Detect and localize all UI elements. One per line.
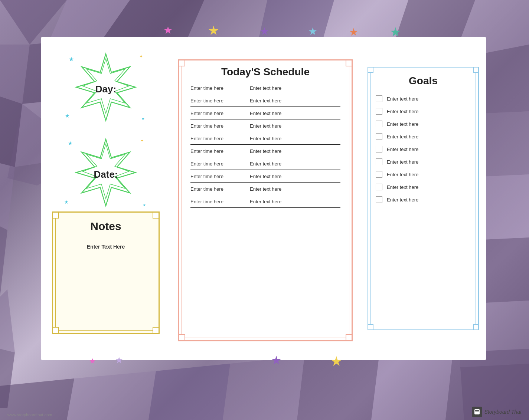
- notes-content[interactable]: Enter Text Here: [53, 233, 159, 261]
- schedule-text-9[interactable]: Enter text here: [250, 186, 340, 192]
- date-starburst: Date:: [69, 137, 143, 211]
- right-section: Goals Enter text here Enter text here En…: [368, 56, 479, 338]
- star-pink-bottom: ★: [89, 357, 96, 365]
- date-label[interactable]: Date:: [94, 169, 118, 180]
- goal-checkbox-4[interactable]: [376, 133, 382, 140]
- svg-marker-28: [148, 364, 230, 420]
- goals-corner-br: [473, 324, 479, 330]
- notes-corner-br: [153, 327, 159, 334]
- schedule-corner-tl: [179, 60, 185, 66]
- star-yellow-top: ★: [208, 23, 219, 38]
- star-purple-bottom: ★: [271, 353, 282, 367]
- schedule-title: Today'S Schedule: [179, 60, 352, 82]
- day-label[interactable]: Day:: [95, 83, 116, 95]
- goal-item-1: Enter text here: [376, 92, 471, 105]
- svg-marker-19: [0, 289, 15, 352]
- goal-item-5: Enter text here: [376, 143, 471, 155]
- notes-title: Notes: [53, 213, 159, 233]
- middle-section: Today'S Schedule Enter time here Enter t…: [174, 37, 356, 360]
- schedule-text-2[interactable]: Enter text here: [250, 98, 340, 104]
- schedule-text-10[interactable]: Enter text here: [250, 199, 340, 204]
- schedule-time-3[interactable]: Enter time here: [190, 111, 250, 116]
- goal-item-6: Enter text here: [376, 155, 471, 168]
- goal-text-9[interactable]: Enter text here: [387, 197, 418, 203]
- date-starburst-container: ★ ✦ ★ ★ Date:: [61, 137, 150, 211]
- star-orange-top: ★: [349, 26, 358, 38]
- schedule-row-10: Enter time here Enter text here: [190, 195, 340, 208]
- schedule-corner-tr: [346, 60, 352, 66]
- goal-text-7[interactable]: Enter text here: [387, 172, 418, 177]
- footer-url: www.storyboardthat.com: [7, 413, 52, 417]
- goal-item-7: Enter text here: [376, 168, 471, 181]
- schedule-time-10[interactable]: Enter time here: [190, 199, 250, 204]
- schedule-time-5[interactable]: Enter time here: [190, 136, 250, 141]
- goal-text-4[interactable]: Enter text here: [387, 134, 418, 140]
- goal-text-8[interactable]: Enter text here: [387, 184, 418, 190]
- schedule-time-9[interactable]: Enter time here: [190, 186, 250, 192]
- goal-checkbox-2[interactable]: [376, 108, 382, 115]
- schedule-frame: Today'S Schedule Enter time here Enter t…: [178, 59, 353, 341]
- schedule-text-7[interactable]: Enter text here: [250, 161, 340, 167]
- goal-checkbox-9[interactable]: [376, 196, 382, 203]
- goal-item-4: Enter text here: [376, 130, 471, 143]
- schedule-rows: Enter time here Enter text here Enter ti…: [179, 82, 352, 208]
- deco-star-7: ★: [64, 199, 69, 205]
- schedule-row-7: Enter time here Enter text here: [190, 157, 340, 170]
- star-lavender-bottom: ★: [115, 355, 123, 365]
- goal-item-2: Enter text here: [376, 105, 471, 118]
- storyboard-icon-svg: [473, 408, 481, 416]
- schedule-text-3[interactable]: Enter text here: [250, 111, 340, 116]
- goal-text-6[interactable]: Enter text here: [387, 159, 418, 165]
- day-starburst-container: ★ ✦ ★ ★ Day:: [61, 52, 150, 126]
- svg-marker-31: [371, 352, 453, 420]
- schedule-time-8[interactable]: Enter time here: [190, 174, 250, 179]
- schedule-text-6[interactable]: Enter text here: [250, 148, 340, 154]
- schedule-text-1[interactable]: Enter text here: [250, 85, 340, 91]
- schedule-time-2[interactable]: Enter time here: [190, 98, 250, 104]
- schedule-time-4[interactable]: Enter time here: [190, 123, 250, 129]
- notes-corner-tl: [52, 212, 59, 219]
- footer-logo: Storyboard That: [472, 407, 522, 417]
- schedule-row-1: Enter time here Enter text here: [190, 82, 340, 94]
- goal-text-3[interactable]: Enter text here: [387, 121, 418, 127]
- goal-text-1[interactable]: Enter text here: [387, 96, 418, 102]
- schedule-corner-bl: [179, 334, 185, 341]
- schedule-row-3: Enter time here Enter text here: [190, 107, 340, 119]
- goal-text-5[interactable]: Enter text here: [387, 147, 418, 152]
- goal-checkbox-1[interactable]: [376, 95, 382, 102]
- goal-item-3: Enter text here: [376, 118, 471, 130]
- star-blue-top: ★: [308, 25, 317, 37]
- goal-text-2[interactable]: Enter text here: [387, 109, 418, 114]
- day-starburst: Day:: [69, 52, 143, 126]
- main-page: ★ ★ ★ ★ ★ ★ ★ ★ ★ ★ ★ ✦ ★ ★ Day: ★ ✦: [41, 37, 486, 360]
- star-purple-top: ★: [260, 25, 269, 37]
- star-yellow-bottom: ★: [330, 354, 342, 369]
- goal-checkbox-8[interactable]: [376, 184, 382, 190]
- goal-checkbox-5[interactable]: [376, 146, 382, 152]
- schedule-text-8[interactable]: Enter text here: [250, 174, 340, 179]
- svg-rect-42: [475, 410, 479, 411]
- goals-corner-tl: [368, 67, 373, 73]
- notes-corner-tr: [153, 212, 159, 219]
- schedule-time-1[interactable]: Enter time here: [190, 85, 250, 91]
- schedule-text-5[interactable]: Enter text here: [250, 136, 340, 141]
- schedule-time-7[interactable]: Enter time here: [190, 161, 250, 167]
- goals-corner-bl: [368, 324, 373, 330]
- goal-item-9: Enter text here: [376, 193, 471, 206]
- schedule-time-6[interactable]: Enter time here: [190, 148, 250, 154]
- schedule-row-2: Enter time here Enter text here: [190, 94, 340, 107]
- schedule-row-5: Enter time here Enter text here: [190, 132, 340, 145]
- schedule-text-4[interactable]: Enter text here: [250, 123, 340, 129]
- goals-list: Enter text here Enter text here Enter te…: [368, 91, 478, 208]
- goal-checkbox-6[interactable]: [376, 158, 382, 165]
- goal-checkbox-3[interactable]: [376, 121, 382, 127]
- svg-marker-18: [0, 226, 7, 297]
- footer-logo-text: Storyboard That: [484, 409, 522, 415]
- schedule-row-4: Enter time here Enter text here: [190, 119, 340, 132]
- goal-item-8: Enter text here: [376, 181, 471, 193]
- goals-title: Goals: [368, 68, 478, 91]
- schedule-corner-br: [346, 334, 352, 341]
- left-section: ★ ✦ ★ ★ Day: ★ ✦ ★ ★ Date: [48, 45, 163, 352]
- svg-marker-29: [223, 356, 304, 420]
- goal-checkbox-7[interactable]: [376, 171, 382, 178]
